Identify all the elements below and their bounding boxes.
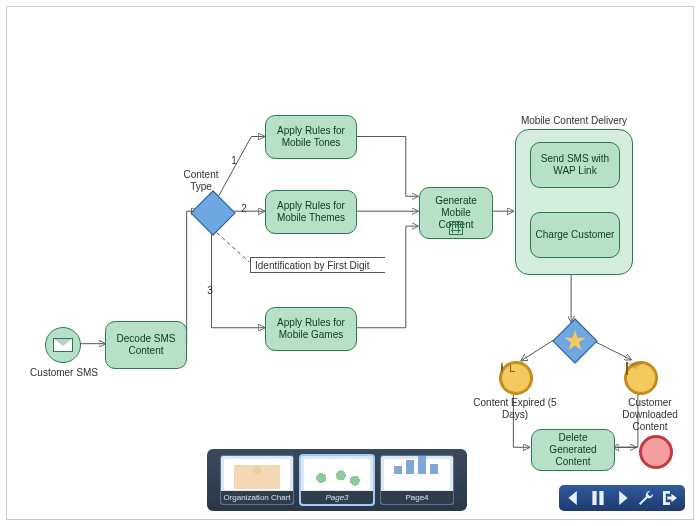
task-generate-content[interactable]: Generate Mobile Content [419,187,493,239]
star-icon [564,330,586,352]
diagram-frame: Customer SMS Decode SMS Content Content … [6,6,694,520]
arrow-right-icon [615,491,629,505]
gateway-label: Content Type [177,169,225,193]
thumb-preview [384,459,450,490]
bpmn-canvas[interactable]: Customer SMS Decode SMS Content Content … [7,7,693,519]
subprocess-marker-icon [449,221,463,235]
pause-icon [591,491,605,505]
task-delete-content[interactable]: Delete Generated Content [531,429,615,471]
nav-prev-button[interactable] [563,488,585,508]
task-send-sms-wap[interactable]: Send SMS with WAP Link [530,142,620,188]
slide-thumb-page3[interactable]: Page3 [300,455,374,505]
svg-rect-1 [599,491,603,505]
branch-label-2: 2 [239,203,249,215]
task-label: Apply Rules for Mobile Games [270,317,352,341]
slide-thumb-page4[interactable]: Page4 [380,455,454,505]
subprocess-title: Mobile Content Delivery [516,115,632,126]
page-tray: Organization Chart Page3 Page4 [207,449,467,511]
slide-thumb-org-chart[interactable]: Organization Chart [220,455,294,505]
nav-next-button[interactable] [611,488,633,508]
wrench-icon [639,491,653,505]
arrow-left-icon [567,491,581,505]
task-rules-games[interactable]: Apply Rules for Mobile Games [265,307,357,351]
task-label: Apply Rules for Mobile Tones [270,125,352,149]
task-label: Charge Customer [536,229,615,241]
start-event-customer-sms[interactable] [45,327,81,363]
task-rules-themes[interactable]: Apply Rules for Mobile Themes [265,190,357,234]
end-event[interactable] [639,435,673,469]
clock-icon [501,362,503,375]
svg-rect-0 [592,491,596,505]
timer-event-label: Content Expired (5 Days) [471,397,559,421]
intermediate-event-timer[interactable] [499,361,533,395]
task-charge-customer[interactable]: Charge Customer [530,212,620,258]
branch-label-1: 1 [229,155,239,167]
task-label: Apply Rules for Mobile Themes [270,200,352,224]
task-label: Send SMS with WAP Link [535,153,615,177]
subprocess-mobile-content-delivery[interactable]: Mobile Content Delivery Send SMS with WA… [515,129,633,275]
start-event-label: Customer SMS [25,367,103,379]
envelope-icon [626,362,628,375]
slide-caption: Organization Chart [221,491,293,504]
thumb-preview [304,459,370,490]
envelope-icon [53,338,73,352]
settings-button[interactable] [635,488,657,508]
nav-pause-button[interactable] [587,488,609,508]
nav-toolbar [559,485,685,511]
exit-button[interactable] [659,488,681,508]
task-decode-sms[interactable]: Decode SMS Content [105,321,187,369]
gateway-content-type[interactable] [190,190,235,235]
annotation-first-digit: Identification by First Digit [250,257,385,273]
gateway-event-based[interactable] [552,318,597,363]
exit-icon [663,491,677,505]
task-label: Delete Generated Content [536,432,610,468]
annotation-text: Identification by First Digit [255,260,370,271]
task-rules-tones[interactable]: Apply Rules for Mobile Tones [265,115,357,159]
thumb-preview [224,459,290,490]
slide-caption: Page4 [381,491,453,504]
intermediate-event-message[interactable] [624,361,658,395]
task-label: Decode SMS Content [110,333,182,357]
branch-label-3: 3 [205,285,215,297]
slide-caption: Page3 [301,491,373,504]
message-event-label: Customer Downloaded Content [611,397,689,433]
